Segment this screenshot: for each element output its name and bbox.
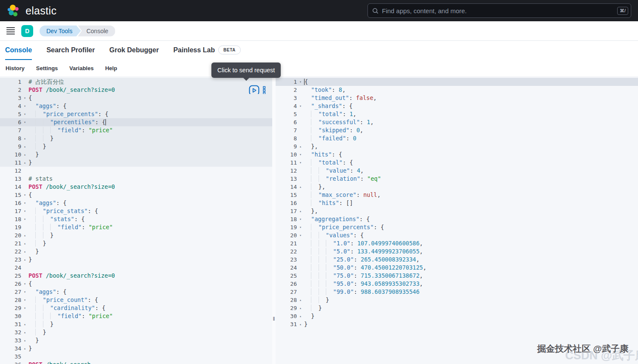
code-line[interactable]: 30 "field": "price" <box>0 312 272 320</box>
code-line[interactable]: 2POST /book/_search?size=0 <box>0 86 272 94</box>
code-line[interactable]: 30▴ } <box>276 312 638 320</box>
code-line[interactable]: 15▾{ <box>0 191 272 199</box>
code-line[interactable]: 10▴ } <box>0 151 272 159</box>
fold-toggle-icon[interactable]: ▴ <box>297 304 304 312</box>
menu-history[interactable]: History <box>6 65 25 71</box>
code-line[interactable]: 20▾ "values": { <box>276 231 638 239</box>
fold-toggle-icon[interactable]: ▾ <box>297 151 304 159</box>
fold-toggle-icon[interactable]: ▾ <box>21 191 28 199</box>
fold-toggle-icon[interactable]: ▴ <box>21 134 28 142</box>
code-line[interactable]: 31▴ } <box>0 320 272 328</box>
code-line[interactable]: 23 "25.0": 265.450008392334, <box>276 256 638 264</box>
code-line[interactable]: 8 "failed": 0 <box>276 134 638 142</box>
fold-toggle-icon[interactable]: ▾ <box>297 102 304 110</box>
fold-toggle-icon[interactable]: ▴ <box>297 207 304 215</box>
fold-toggle-icon[interactable]: ▴ <box>21 336 28 344</box>
code-line[interactable]: 12 "value": 4, <box>276 167 638 175</box>
fold-toggle-icon[interactable]: ▴ <box>297 312 304 320</box>
code-line[interactable]: 14POST /book/_search?size=0 <box>0 183 272 191</box>
code-line[interactable]: 6 "successful": 1, <box>276 118 638 126</box>
code-line[interactable]: 18▾ "stats": { <box>0 215 272 223</box>
fold-toggle-icon[interactable]: ▾ <box>21 102 28 110</box>
code-line[interactable]: 7 "field": "price" <box>0 126 272 134</box>
code-line[interactable]: 22 "5.0": 133.44999923706055, <box>276 247 638 256</box>
code-line[interactable]: 11▾ "total": { <box>276 159 638 167</box>
code-line[interactable]: 9▴ } <box>0 142 272 151</box>
code-line[interactable]: 8▴ } <box>0 134 272 142</box>
global-search[interactable]: ⌘/ <box>367 3 631 18</box>
fold-toggle-icon[interactable]: ▾ <box>21 304 28 312</box>
code-line[interactable]: 19 "field": "price" <box>0 223 272 231</box>
elastic-logo-icon[interactable] <box>7 4 20 17</box>
code-line[interactable]: 33▴ } <box>0 336 272 344</box>
code-line[interactable]: 7 "skipped": 0, <box>276 126 638 134</box>
code-line[interactable]: 4▾ "aggs": { <box>0 102 272 110</box>
fold-toggle-icon[interactable]: ▾ <box>21 207 28 215</box>
code-line[interactable]: 25POST /book/_search?size=0 <box>0 272 272 280</box>
fold-toggle-icon[interactable]: ▴ <box>297 296 304 304</box>
fold-toggle-icon[interactable]: ▾ <box>21 110 28 118</box>
fold-toggle-icon[interactable]: ▾ <box>297 223 304 231</box>
code-line[interactable]: 5▾ "price_percents": { <box>0 110 272 118</box>
code-line[interactable]: 10▾ "hits": { <box>276 151 638 159</box>
code-line[interactable]: 32▴ } <box>0 328 272 336</box>
code-line[interactable]: 19▾ "price_percents": { <box>276 223 638 231</box>
fold-toggle-icon[interactable]: ▴ <box>21 256 28 264</box>
code-line[interactable]: 4▾ "_shards": { <box>276 102 638 110</box>
code-line[interactable]: 16 "hits": [] <box>276 199 638 207</box>
space-badge[interactable]: D <box>21 25 33 37</box>
code-line[interactable]: 26▾{ <box>0 280 272 288</box>
fold-toggle-icon[interactable]: ▴ <box>21 328 28 336</box>
tab-grok-debugger[interactable]: Grok Debugger <box>109 41 159 60</box>
tab-console[interactable]: Console <box>5 41 32 60</box>
request-editor[interactable]: 1# 占比百分位2POST /book/_search?size=03▾{4▾ … <box>0 77 272 364</box>
code-line[interactable]: 17▾ "price_stats": { <box>0 207 272 215</box>
code-line[interactable]: 23▴} <box>0 256 272 264</box>
response-viewer[interactable]: 1▾{2 "took": 8,3 "timed_out": false,4▾ "… <box>276 77 638 364</box>
code-line[interactable]: 29▴ } <box>276 304 638 312</box>
code-line[interactable]: 3▾{ <box>0 94 272 102</box>
fold-toggle-icon[interactable]: ▴ <box>21 142 28 151</box>
code-line[interactable]: 1# 占比百分位 <box>0 78 272 86</box>
code-line[interactable]: 34▴} <box>0 344 272 353</box>
code-line[interactable]: 28▴ } <box>276 296 638 304</box>
code-line[interactable]: 24 "50.0": 470.45001220703125, <box>276 264 638 272</box>
code-line[interactable]: 5 "total": 1, <box>276 110 638 118</box>
code-line[interactable]: 13 "relation": "eq" <box>276 175 638 183</box>
code-line[interactable]: 18▾ "aggregations": { <box>276 215 638 223</box>
menu-variables[interactable]: Variables <box>69 65 94 71</box>
breadcrumb-dev-tools[interactable]: Dev Tools <box>40 26 81 37</box>
fold-toggle-icon[interactable]: ▴ <box>21 231 28 239</box>
code-line[interactable]: 22▴ } <box>0 247 272 256</box>
fold-toggle-icon[interactable]: ▾ <box>21 288 28 296</box>
code-line[interactable]: 9▴ }, <box>276 142 638 151</box>
fold-toggle-icon[interactable]: ▴ <box>21 159 28 167</box>
code-line[interactable]: 21▴ } <box>0 239 272 247</box>
fold-toggle-icon[interactable]: ▾ <box>21 94 28 102</box>
code-line[interactable]: 35 <box>0 353 272 361</box>
code-line[interactable]: 11▴} <box>0 159 272 167</box>
code-line[interactable]: 14▴ }, <box>276 183 638 191</box>
code-line[interactable]: 15 "max_score": null, <box>276 191 638 199</box>
fold-toggle-icon[interactable]: ▴ <box>297 320 304 328</box>
tab-painless-lab[interactable]: Painless Lab BETA <box>173 41 240 60</box>
code-line[interactable]: 21 "1.0": 107.04999740600586, <box>276 239 638 247</box>
resizer-handle-icon[interactable]: ‖ <box>272 316 276 321</box>
code-line[interactable]: 36POST /book/_search <box>0 361 272 364</box>
code-line[interactable]: 20▴ } <box>0 231 272 239</box>
code-line[interactable]: 31▴} <box>276 320 638 328</box>
code-line[interactable]: 27▾ "aggs": { <box>0 288 272 296</box>
fold-toggle-icon[interactable]: ▴ <box>297 142 304 151</box>
search-input[interactable] <box>382 7 614 14</box>
fold-toggle-icon[interactable]: ▾ <box>297 231 304 239</box>
fold-toggle-icon[interactable]: ▾ <box>21 296 28 304</box>
fold-toggle-icon[interactable]: ▾ <box>21 215 28 223</box>
fold-toggle-icon[interactable]: ▴ <box>21 344 28 353</box>
code-line[interactable]: 25 "75.0": 715.3350067138672, <box>276 272 638 280</box>
code-line[interactable]: 24 <box>0 264 272 272</box>
code-line[interactable]: 2 "took": 8, <box>276 86 638 94</box>
code-line[interactable]: 28▾ "price_count": { <box>0 296 272 304</box>
code-line[interactable]: 13# stats <box>0 175 272 183</box>
fold-toggle-icon[interactable]: ▾ <box>297 159 304 167</box>
fold-toggle-icon[interactable]: ▴ <box>21 151 28 159</box>
